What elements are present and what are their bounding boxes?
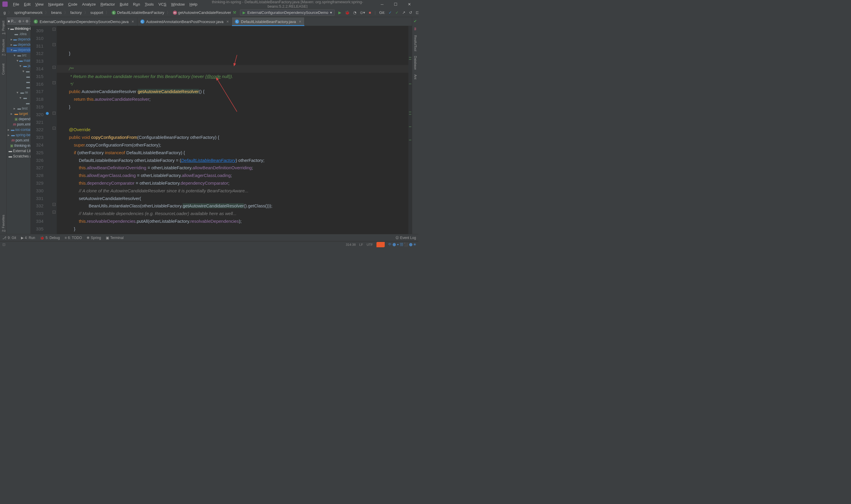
tree-node[interactable]: ▸▬ test — [6, 106, 31, 111]
tree-node[interactable]: ▸▬ dependen — [6, 37, 31, 42]
close-icon[interactable]: × — [299, 19, 302, 24]
select-opened-icon[interactable]: ⊕ — [18, 19, 21, 23]
git-push-icon[interactable]: ↗ — [402, 10, 405, 15]
crumb-5[interactable]: CDefaultListableBeanFactory — [110, 10, 166, 15]
maximize-button[interactable]: ☐ — [389, 0, 402, 8]
fold-column[interactable]: −−−−−−−− — [52, 26, 57, 234]
crumb-2[interactable]: beans — [49, 10, 63, 15]
menu-navigate[interactable]: Navigate — [46, 1, 66, 8]
tree-node[interactable]: ▸▬ target — [6, 111, 31, 116]
menu-window[interactable]: Window — [169, 1, 187, 8]
project-tree[interactable]: ▾▬ thinking-in-s ▬ .idea▸▬ dependen▸▬ de… — [6, 25, 31, 234]
tree-node[interactable]: ▬ External Librar — [6, 148, 31, 154]
tool-restful[interactable]: RestfulTool — [413, 33, 418, 53]
tree-node[interactable]: ▾▬ — [6, 95, 31, 101]
stop-icon[interactable]: ■ — [369, 10, 371, 15]
tool-favorites[interactable]: 2: Favorites — [1, 212, 6, 234]
crumb-4[interactable]: support — [89, 10, 105, 15]
code-body[interactable]: } /** * Return the autowire candidate re… — [57, 26, 409, 234]
ime-indicator-icon[interactable] — [377, 242, 385, 247]
close-icon[interactable]: × — [227, 19, 229, 24]
collapse-all-icon[interactable]: ÷ — [22, 19, 24, 23]
tree-node[interactable]: ▾▬ dependen — [6, 47, 31, 53]
close-button[interactable]: ✕ — [402, 0, 416, 8]
tool-maven[interactable]: m — [413, 25, 418, 33]
tree-node[interactable]: ▾▬ re — [6, 90, 31, 95]
tree-node[interactable]: ▾▬ ja — [6, 63, 31, 69]
git-update-icon[interactable]: ✓ — [388, 10, 392, 15]
git-commit-icon[interactable]: ✓ — [395, 10, 399, 15]
tree-node[interactable]: ▾▬ — [6, 69, 31, 74]
analysis-ok-icon[interactable]: ✔ — [414, 19, 417, 23]
editor-tab[interactable]: CExternalConfigurationDependencySourceDe… — [31, 17, 138, 26]
right-tool-strip: ✔ m RestfulTool Database Ant — [412, 17, 418, 234]
tool-debug[interactable]: 🐞 5: Debug — [40, 236, 60, 240]
menu-tools[interactable]: Tools — [142, 1, 156, 8]
tree-node[interactable]: ▬ — [6, 101, 31, 106]
menu-refactor[interactable]: Refactor — [98, 1, 117, 8]
main-menu: FFileile Edit View Navigate Code Analyze… — [11, 1, 200, 8]
editor-tab[interactable]: CDefaultListableBeanFactory.java× — [232, 17, 304, 26]
minimize-button[interactable]: ─ — [375, 0, 389, 8]
crumb-3[interactable]: factory — [69, 10, 84, 15]
tree-node[interactable]: ▬ Scratches and — [6, 154, 31, 159]
tree-node[interactable]: ▾▬ src — [6, 53, 31, 58]
menu-build[interactable]: Build — [117, 1, 131, 8]
menu-vcs[interactable]: VCS — [156, 1, 169, 8]
close-icon[interactable]: × — [131, 19, 134, 24]
menu-edit[interactable]: Edit — [22, 1, 33, 8]
git-rollback-icon[interactable]: ⊡ — [416, 10, 418, 15]
menu-analyze[interactable]: Analyze — [80, 1, 98, 8]
coverage-icon[interactable]: ◔ — [353, 10, 356, 15]
tree-node[interactable]: ▾▬ thinking-in-s — [6, 26, 31, 31]
tree-node[interactable]: m pom.xml — [6, 122, 31, 127]
crumb-1[interactable]: springframework — [13, 10, 44, 15]
tool-terminal[interactable]: ▣ Terminal — [106, 236, 124, 240]
run-config-select[interactable]: ▶ ExternalConfigurationDependencySourceD… — [240, 10, 335, 16]
tool-database[interactable]: Database — [413, 53, 418, 72]
settings-icon[interactable]: ⚙ — [25, 19, 29, 23]
tree-node[interactable]: ▾▬ main — [6, 58, 31, 63]
error-stripe[interactable] — [409, 26, 412, 234]
tree-node[interactable]: ▬ — [6, 74, 31, 79]
menu-run[interactable]: Run — [131, 1, 142, 8]
editor-tab[interactable]: CAutowiredAnnotationBeanPostProcessor.ja… — [138, 17, 232, 26]
build-icon[interactable]: ⚒ — [233, 10, 236, 15]
tool-ant[interactable]: Ant — [413, 72, 418, 82]
run-icon[interactable]: ▶ — [338, 10, 341, 15]
tool-run[interactable]: ▶ 4: Run — [21, 236, 35, 240]
menu-view[interactable]: View — [33, 1, 46, 8]
menu-help[interactable]: Help — [187, 1, 200, 8]
code-editor[interactable]: 3093103113123133143153163173183193203213… — [31, 26, 412, 234]
debug-icon[interactable]: 🐞 — [345, 10, 349, 15]
tool-structure[interactable]: 7: Structure — [1, 37, 6, 58]
tool-project[interactable]: 11: Project: Project — [1, 18, 6, 37]
tree-node[interactable]: ▸▬ spring-be — [6, 132, 31, 138]
dropdown-icon: ▾ — [330, 10, 332, 15]
tool-todo[interactable]: ≡ 6: TODO — [65, 236, 82, 240]
crumb-6[interactable]: mgetAutowireCandidateResolver — [171, 10, 233, 15]
line-separator[interactable]: LF — [359, 243, 363, 246]
git-history-icon[interactable]: ↺ — [409, 10, 412, 15]
encoding[interactable]: UTF — [367, 243, 373, 246]
tool-git[interactable]: ⎇ 9: Git — [2, 236, 16, 240]
menu-code[interactable]: Code — [66, 1, 80, 8]
tree-node[interactable]: ▸▬ ioc-contai — [6, 127, 31, 132]
tree-node[interactable]: m pom.xml — [6, 138, 31, 143]
caret-position[interactable]: 314:38 — [346, 243, 356, 246]
tray-icons[interactable]: 中 ⬤ ● ▦ ⬛ ⬤ ❀ — [388, 242, 416, 247]
tree-node[interactable]: ▣ thinking-in — [6, 143, 31, 148]
status-windows-icon[interactable]: ◫ — [2, 242, 5, 246]
tree-node[interactable]: ▣ depend — [6, 116, 31, 122]
tree-node[interactable]: ▬ .idea — [6, 31, 31, 37]
profiler-icon[interactable]: ⊙▾ — [360, 10, 365, 15]
menu-file[interactable]: FFileile — [11, 1, 22, 8]
tree-node[interactable]: ▬ — [6, 79, 31, 85]
crumb-0[interactable]: g — [2, 10, 7, 15]
tree-node[interactable]: ▬ — [6, 85, 31, 90]
tree-node[interactable]: ▸▬ dependen — [6, 42, 31, 47]
tool-commit[interactable]: Commit — [1, 61, 6, 77]
tool-spring[interactable]: ❋ Spring — [87, 236, 101, 240]
event-log[interactable]: 🛈 Event Log — [395, 236, 416, 240]
navigation-bar: g〉 springframework〉 beans〉 factory〉 supp… — [0, 8, 418, 17]
